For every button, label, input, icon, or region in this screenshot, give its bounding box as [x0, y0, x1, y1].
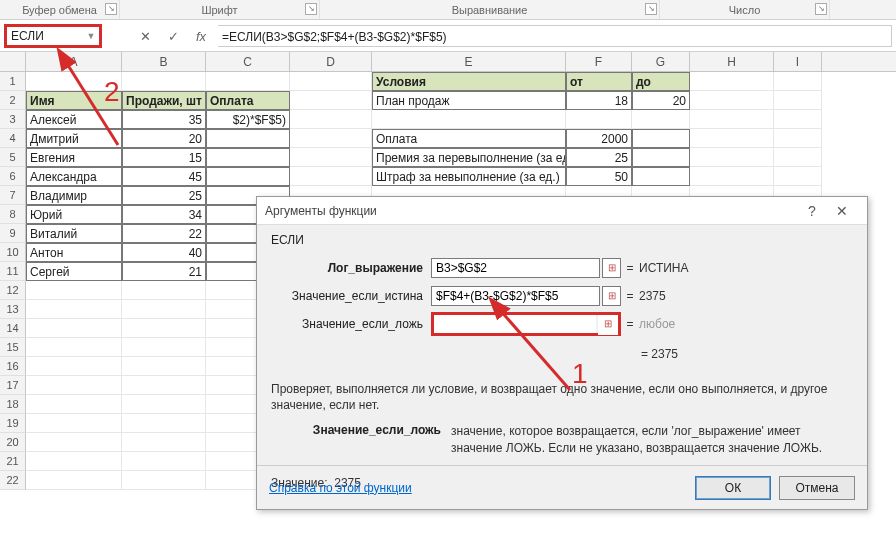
cell[interactable]	[26, 452, 122, 471]
argument-input[interactable]	[434, 315, 596, 333]
row-header[interactable]: 19	[0, 414, 26, 433]
cell[interactable]: 50	[566, 167, 632, 186]
row-header[interactable]: 20	[0, 433, 26, 452]
column-header[interactable]: F	[566, 52, 632, 71]
cell[interactable]: Евгения	[26, 148, 122, 167]
cell[interactable]	[690, 129, 774, 148]
row-header[interactable]: 3	[0, 110, 26, 129]
cell[interactable]: $2)*$F$5)	[206, 110, 290, 129]
cell[interactable]	[690, 110, 774, 129]
cell[interactable]	[122, 281, 206, 300]
cell[interactable]	[290, 129, 372, 148]
row-header[interactable]: 21	[0, 452, 26, 471]
cell[interactable]	[206, 129, 290, 148]
row-header[interactable]: 22	[0, 471, 26, 490]
cell[interactable]: Премия за перевыполнение (за ед.)	[372, 148, 566, 167]
cell[interactable]	[290, 167, 372, 186]
cell[interactable]: 40	[122, 243, 206, 262]
column-header[interactable]: G	[632, 52, 690, 71]
cell[interactable]: Оплата	[206, 91, 290, 110]
cell[interactable]	[122, 452, 206, 471]
cell[interactable]	[122, 395, 206, 414]
row-header[interactable]: 8	[0, 205, 26, 224]
cell[interactable]: 21	[122, 262, 206, 281]
cell[interactable]: Штраф за невыполнение (за ед.)	[372, 167, 566, 186]
cell[interactable]	[206, 72, 290, 91]
argument-input[interactable]	[431, 286, 600, 306]
cell[interactable]	[206, 148, 290, 167]
cell[interactable]	[632, 167, 690, 186]
ok-button[interactable]: ОК	[695, 476, 771, 500]
cell[interactable]	[26, 471, 122, 490]
help-icon[interactable]: ?	[799, 203, 825, 219]
cell[interactable]	[206, 167, 290, 186]
row-header[interactable]: 6	[0, 167, 26, 186]
cell[interactable]: Продажи, шт	[122, 91, 206, 110]
cell[interactable]: Условия	[372, 72, 566, 91]
cell[interactable]	[122, 376, 206, 395]
cell[interactable]	[774, 129, 822, 148]
cell[interactable]	[122, 357, 206, 376]
cell[interactable]	[774, 167, 822, 186]
cell[interactable]: 35	[122, 110, 206, 129]
cell[interactable]	[26, 319, 122, 338]
column-header[interactable]: C	[206, 52, 290, 71]
cell[interactable]	[632, 110, 690, 129]
row-header[interactable]: 13	[0, 300, 26, 319]
formula-input[interactable]: =ЕСЛИ(B3>$G$2;$F$4+(B3-$G$2)*$F$5)	[218, 25, 892, 47]
range-selector-icon[interactable]: ⊞	[602, 286, 621, 306]
cell[interactable]: Владимир	[26, 186, 122, 205]
cell[interactable]	[774, 148, 822, 167]
row-header[interactable]: 11	[0, 262, 26, 281]
close-icon[interactable]: ✕	[825, 203, 859, 219]
cell[interactable]: План продаж	[372, 91, 566, 110]
dialog-launcher-icon[interactable]: ↘	[305, 3, 317, 15]
cell[interactable]	[122, 433, 206, 452]
argument-input[interactable]	[431, 258, 600, 278]
cell[interactable]: Антон	[26, 243, 122, 262]
cell[interactable]	[632, 148, 690, 167]
row-header[interactable]: 15	[0, 338, 26, 357]
cell[interactable]: от	[566, 72, 632, 91]
cancel-formula-icon[interactable]: ✕	[134, 26, 156, 46]
cell[interactable]	[26, 281, 122, 300]
cell[interactable]	[122, 300, 206, 319]
cell[interactable]	[26, 395, 122, 414]
column-header[interactable]: A	[26, 52, 122, 71]
cell[interactable]	[290, 91, 372, 110]
help-link[interactable]: Справка по этой функции	[269, 481, 687, 495]
cell[interactable]: 2000	[566, 129, 632, 148]
cell[interactable]	[632, 129, 690, 148]
row-header[interactable]: 14	[0, 319, 26, 338]
row-header[interactable]: 16	[0, 357, 26, 376]
row-header[interactable]: 12	[0, 281, 26, 300]
cell[interactable]	[122, 338, 206, 357]
cancel-button[interactable]: Отмена	[779, 476, 855, 500]
accept-formula-icon[interactable]: ✓	[162, 26, 184, 46]
cell[interactable]	[774, 72, 822, 91]
cell[interactable]	[290, 110, 372, 129]
row-header[interactable]: 9	[0, 224, 26, 243]
range-selector-icon[interactable]: ⊞	[602, 258, 621, 278]
cell[interactable]: Дмитрий	[26, 129, 122, 148]
cell[interactable]: 22	[122, 224, 206, 243]
cell[interactable]	[26, 414, 122, 433]
cell[interactable]	[26, 357, 122, 376]
row-header[interactable]: 2	[0, 91, 26, 110]
cell[interactable]: 18	[566, 91, 632, 110]
column-header[interactable]: B	[122, 52, 206, 71]
cell[interactable]: 15	[122, 148, 206, 167]
cell[interactable]	[26, 338, 122, 357]
cell[interactable]: Сергей	[26, 262, 122, 281]
cell[interactable]	[690, 148, 774, 167]
cell[interactable]	[26, 300, 122, 319]
row-header[interactable]: 7	[0, 186, 26, 205]
cell[interactable]: 20	[632, 91, 690, 110]
cell[interactable]	[774, 91, 822, 110]
cell[interactable]: 25	[566, 148, 632, 167]
cell[interactable]: Алексей	[26, 110, 122, 129]
cell[interactable]	[122, 471, 206, 490]
name-box-dropdown-icon[interactable]: ▼	[83, 31, 99, 41]
cell[interactable]: 34	[122, 205, 206, 224]
cell[interactable]: Оплата	[372, 129, 566, 148]
